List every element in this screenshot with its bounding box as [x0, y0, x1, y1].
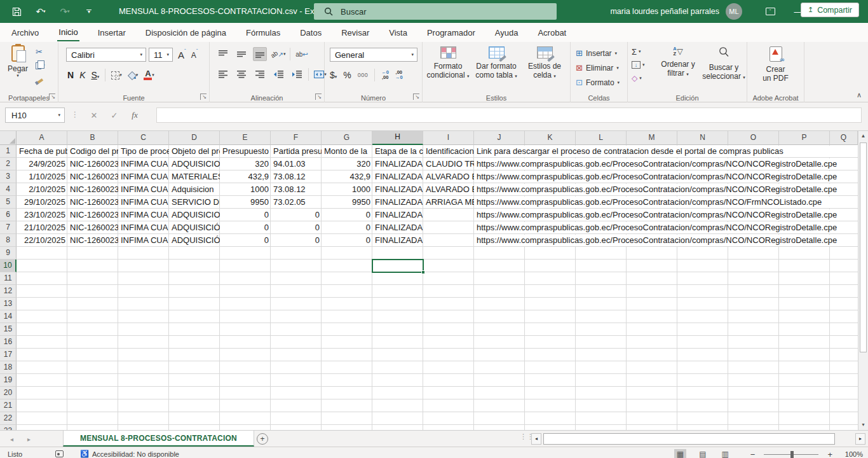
- cell-I5[interactable]: ARRIAGA ME: [424, 197, 474, 208]
- column-header-E[interactable]: E: [220, 131, 271, 145]
- cell-B2[interactable]: NIC-1260023: [68, 158, 118, 170]
- cell-G6[interactable]: 0: [322, 209, 372, 221]
- row-header-21[interactable]: 21: [0, 399, 17, 412]
- zoom-out-button[interactable]: −: [750, 450, 756, 458]
- cell-I3[interactable]: ALVARADO E: [424, 171, 474, 183]
- decrease-indent-button[interactable]: [271, 67, 285, 81]
- avatar[interactable]: ML: [726, 3, 742, 20]
- row-header-4[interactable]: 4: [0, 183, 17, 196]
- decrease-decimal-button[interactable]: ,00→0: [395, 70, 403, 80]
- view-page-layout-button[interactable]: ▤: [696, 449, 709, 458]
- cell-B5[interactable]: NIC-1260023: [68, 197, 118, 208]
- cell-A8[interactable]: 22/10/2025: [17, 235, 67, 246]
- cell-E4[interactable]: 1000: [220, 184, 271, 195]
- horizontal-scrollbar[interactable]: ◂ ▸: [531, 433, 865, 445]
- align-right-button[interactable]: [253, 67, 267, 81]
- row-header-19[interactable]: 19: [0, 374, 17, 387]
- user-name[interactable]: maria lourdes peñafiel parrales: [610, 7, 719, 16]
- cell-H4[interactable]: FINALIZADA: [373, 184, 423, 195]
- tab-programador[interactable]: Programador: [426, 25, 477, 41]
- cell-D2[interactable]: ADQUISICION: [170, 158, 220, 170]
- cell-A1[interactable]: Fecha de publicacion: [17, 146, 67, 157]
- accounting-format-button[interactable]: $▾: [330, 69, 337, 81]
- row-header-2[interactable]: 2: [0, 158, 17, 170]
- copy-button[interactable]: ▾: [36, 60, 45, 71]
- percent-format-button[interactable]: %: [343, 70, 351, 80]
- cell-H3[interactable]: FINALIZADA: [373, 171, 423, 183]
- clear-button[interactable]: ◇▾: [632, 73, 645, 84]
- cell-E3[interactable]: 432,9: [220, 171, 271, 183]
- row-header-12[interactable]: 12: [0, 285, 17, 298]
- column-header-C[interactable]: C: [118, 131, 169, 145]
- cell-F8[interactable]: 0: [271, 235, 322, 246]
- font-color-button[interactable]: A▾: [144, 70, 154, 80]
- macro-record-icon[interactable]: [55, 450, 64, 457]
- name-box[interactable]: H10 ▾: [5, 108, 65, 123]
- cell-D1[interactable]: Objeto del proceso: [170, 146, 220, 157]
- column-header-A[interactable]: A: [17, 131, 67, 145]
- share-button[interactable]: ↥ Compartir: [801, 3, 859, 17]
- column-header-D[interactable]: D: [169, 131, 220, 145]
- add-sheet-button[interactable]: +: [257, 433, 268, 445]
- align-top-button[interactable]: [216, 47, 230, 61]
- row-header-13[interactable]: 13: [0, 298, 17, 310]
- cell-E2[interactable]: 320: [220, 158, 271, 170]
- cell-E6[interactable]: 0: [220, 209, 271, 221]
- row-header-1[interactable]: 1: [0, 145, 17, 158]
- cell-F3[interactable]: 73.08.12: [271, 171, 322, 183]
- cell-I4[interactable]: ALVARADO E: [424, 184, 474, 195]
- cell-H2[interactable]: FINALIZADA: [373, 158, 423, 170]
- row-header-10[interactable]: 10: [0, 260, 17, 272]
- row-header-22[interactable]: 22: [0, 412, 17, 425]
- fill-color-button[interactable]: ▾: [128, 72, 139, 79]
- row-header-18[interactable]: 18: [0, 361, 17, 374]
- italic-button[interactable]: K: [79, 70, 85, 80]
- tab-insertar[interactable]: Insertar: [97, 25, 127, 41]
- column-header-G[interactable]: G: [322, 131, 372, 145]
- column-header-B[interactable]: B: [67, 131, 118, 145]
- view-normal-button[interactable]: ▦: [674, 449, 686, 458]
- cell-A4[interactable]: 2/10/2025: [17, 184, 67, 195]
- cell-H7[interactable]: FINALIZADA: [373, 222, 423, 233]
- paste-button[interactable]: Pegar ▾: [3, 45, 33, 78]
- cell-A3[interactable]: 1/10/2025: [17, 171, 67, 183]
- cell-C8[interactable]: INFIMA CUA: [119, 235, 169, 246]
- sort-filter-button[interactable]: AZ▽ Ordenar y filtrar ▾: [656, 45, 700, 79]
- ribbon-display-options-button[interactable]: ˆ: [756, 0, 784, 23]
- cell-G5[interactable]: 9950: [322, 197, 372, 208]
- row-header-9[interactable]: 9: [0, 247, 17, 260]
- previous-sheet-icon[interactable]: ◂: [10, 436, 13, 443]
- cell-H5[interactable]: FINALIZADA: [373, 197, 423, 208]
- column-header-L[interactable]: L: [576, 131, 627, 145]
- cell-E5[interactable]: 9950: [220, 197, 271, 208]
- row-header-11[interactable]: 11: [0, 272, 17, 285]
- row-header-8[interactable]: 8: [0, 234, 17, 247]
- cell-F1[interactable]: Partida presupuestaria: [271, 146, 322, 157]
- tab-inicio[interactable]: Inicio: [57, 24, 79, 41]
- row-header-3[interactable]: 3: [0, 170, 17, 183]
- cell-D7[interactable]: ADQUISICIÓN: [170, 222, 220, 233]
- cell-J3[interactable]: https://www.compraspublicas.gob.ec/Proce…: [475, 171, 857, 183]
- cell-E1[interactable]: Presupuesto: [220, 146, 271, 157]
- vertical-scrollbar[interactable]: ▲ ▾: [858, 131, 868, 430]
- dialog-launcher-icon[interactable]: ↘: [200, 94, 207, 100]
- decrease-font-button[interactable]: Aˇ: [191, 50, 198, 60]
- autosum-button[interactable]: Σ▾: [632, 46, 645, 57]
- cell-G4[interactable]: 1000: [322, 184, 372, 195]
- column-header-J[interactable]: J: [474, 131, 525, 145]
- cell-B3[interactable]: NIC-1260023: [68, 171, 118, 183]
- tab-ayuda[interactable]: Ayuda: [494, 25, 520, 41]
- zoom-slider[interactable]: [764, 454, 818, 455]
- tab-disposición-de-página[interactable]: Disposición de página: [144, 25, 227, 41]
- increase-font-button[interactable]: Aˆ: [178, 50, 186, 60]
- cell-J2[interactable]: https://www.compraspublicas.gob.ec/Proce…: [475, 158, 857, 170]
- scroll-right-icon[interactable]: ▸: [855, 433, 865, 445]
- fill-handle[interactable]: [421, 270, 425, 274]
- cell-J8[interactable]: https://www.compraspublicas.gob.ec/Proce…: [475, 235, 857, 246]
- search-box[interactable]: Buscar: [314, 3, 557, 20]
- row-header-20[interactable]: 20: [0, 387, 17, 399]
- cell-C4[interactable]: INFIMA CUA: [119, 184, 169, 195]
- cell-C6[interactable]: INFIMA CUA: [119, 209, 169, 221]
- format-painter-button[interactable]: [36, 74, 45, 85]
- find-select-button[interactable]: Buscar y seleccionar ▾: [702, 45, 746, 82]
